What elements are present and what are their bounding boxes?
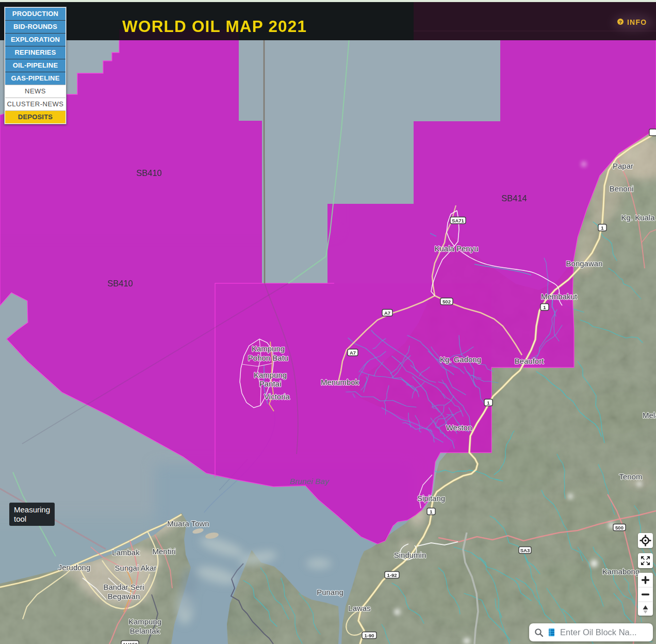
svg-text:Weston: Weston [446,423,472,432]
svg-text:1-92: 1-92 [387,572,397,578]
svg-text:Menumbok: Menumbok [321,378,359,387]
svg-text:Bandar Seri: Bandar Seri [103,583,144,591]
svg-text:Kampung: Kampung [252,344,285,353]
svg-text:Mela: Mela [643,411,656,420]
svg-text:Kuala Penyu: Kuala Penyu [434,244,478,253]
svg-text:Sipitang: Sipitang [417,494,445,503]
svg-text:1-90: 1-90 [364,633,374,638]
svg-text:SB414: SB414 [501,194,527,203]
svg-text:Kg. Kuala: Kg. Kuala [621,213,655,222]
svg-text:Beaufort: Beaufort [515,357,545,365]
svg-text:Victoria: Victoria [264,392,290,401]
svg-text:A7: A7 [384,310,390,316]
svg-text:1: 1 [543,304,546,310]
svg-text:Kampung: Kampung [254,371,287,379]
svg-text:Lawas: Lawas [348,604,370,613]
svg-text:1: 1 [430,509,433,514]
svg-text:Kg. Gadong: Kg. Gadong [440,355,481,364]
svg-text:SA71: SA71 [452,218,464,223]
svg-text:Begawan: Begawan [108,592,140,601]
svg-text:Kampung: Kampung [128,617,161,626]
svg-text:Mentiri: Mentiri [152,547,175,556]
svg-text:Kamabong: Kamabong [602,567,640,576]
svg-text:Papar: Papar [613,162,633,170]
svg-text:Benoni: Benoni [610,184,634,193]
svg-text:Punang: Punang [317,588,343,597]
svg-text:Brunei Bay: Brunei Bay [290,477,330,486]
svg-text:SA3: SA3 [520,548,530,553]
svg-text:Belantak: Belantak [130,626,160,635]
svg-text:INFO: INFO [627,18,647,26]
svg-text:A7: A7 [350,350,356,356]
svg-text:WORLD OIL MAP 2021: WORLD OIL MAP 2021 [122,17,307,36]
svg-text:Bongawan: Bongawan [566,259,603,268]
svg-text:1: 1 [487,400,490,406]
svg-text:Sungai Akar: Sungai Akar [115,564,157,572]
svg-text:Tenom: Tenom [619,472,642,481]
svg-text:Lambak: Lambak [112,548,140,557]
svg-text:AH150: AH150 [122,641,138,644]
svg-text:Jerudong: Jerudong [58,563,91,572]
svg-text:Pohon Batu: Pohon Batu [248,353,288,362]
svg-text:Membakut: Membakut [541,292,578,301]
svg-text:500: 500 [615,525,624,530]
svg-text:SB410: SB410 [107,279,133,288]
svg-text:Muara Town: Muara Town [167,519,209,528]
svg-text:502: 502 [442,299,451,304]
svg-text:?: ? [619,19,622,25]
svg-text:Sindumin: Sindumin [394,551,427,559]
svg-text:Pantai: Pantai [259,379,282,388]
svg-text:1: 1 [601,225,604,231]
svg-text:SB410: SB410 [136,168,162,178]
